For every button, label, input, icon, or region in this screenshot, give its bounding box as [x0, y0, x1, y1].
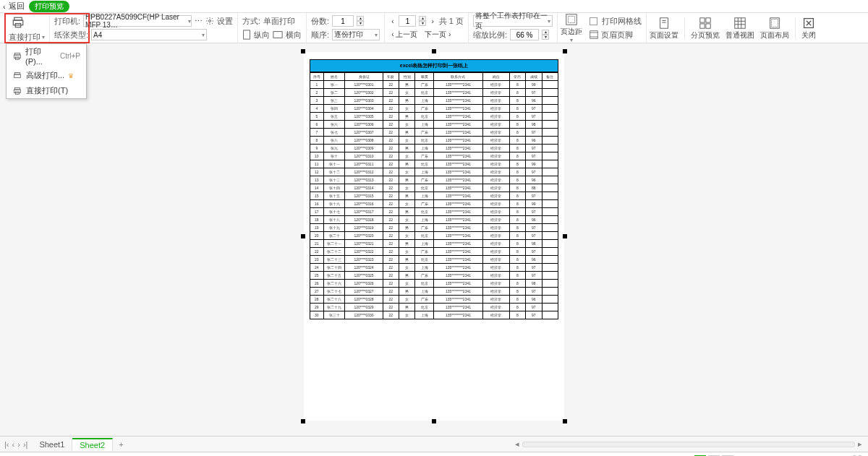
table-cell: 97 — [526, 272, 542, 280]
table-cell: 经济学 — [482, 192, 509, 200]
table-cell: 120****0315 — [345, 192, 383, 200]
scroll-right-icon[interactable]: ▸ — [858, 439, 862, 449]
page-setup-button[interactable]: 页面设置 — [647, 16, 681, 40]
margins-button[interactable]: 页边距▾ — [558, 12, 585, 43]
table-cell: 98 — [526, 121, 542, 129]
page-first-icon[interactable]: ‹ — [389, 17, 396, 25]
table-cell: 上海 — [415, 264, 434, 272]
normal-view-button[interactable]: 普通视图 — [723, 16, 757, 40]
paper-type-select[interactable]: A4▾ — [91, 29, 207, 40]
table-row: 9张九120****030922男上海135********2341经济学897 — [310, 145, 558, 152]
paging-preview-button[interactable]: 分页预览 — [688, 16, 723, 40]
table-row: 20张二十120****032022女北京135********2341经济学8… — [310, 232, 558, 240]
prev-page-button[interactable]: ‹ 上一页 — [389, 30, 420, 40]
handle[interactable] — [301, 234, 305, 238]
portrait-icon[interactable] — [242, 30, 251, 40]
page-up[interactable]: ▴ — [419, 16, 426, 21]
handle[interactable] — [301, 49, 305, 53]
table-cell: 8 — [509, 129, 525, 137]
zoom-up[interactable]: ▴ — [542, 30, 549, 35]
table-row: 1张一120****030122男广东135********2341经济学899 — [310, 81, 558, 89]
settings-label[interactable]: 设置 — [217, 16, 233, 27]
table-cell: 19 — [310, 224, 324, 232]
print-gridlines-checkbox[interactable] — [590, 17, 597, 25]
table-cell: 22 — [383, 264, 399, 272]
page-layout-button[interactable]: 页面布局 — [757, 16, 792, 40]
scroll-left-icon[interactable]: ◂ — [515, 439, 519, 449]
header-footer-icon[interactable] — [590, 30, 598, 39]
landscape-button[interactable]: 横向 — [286, 30, 302, 40]
direct-print-dropdown[interactable]: 直接打印▾ — [9, 32, 45, 43]
zoom-down[interactable]: ▾ — [542, 35, 549, 40]
order-select[interactable]: 逐份打印▾ — [332, 29, 380, 40]
table-cell: 张十五 — [323, 192, 345, 200]
paper-type-label: 纸张类型: — [54, 30, 88, 40]
printer-icon[interactable] — [9, 13, 27, 32]
table-cell: 24 — [310, 264, 324, 272]
handle[interactable] — [432, 419, 436, 423]
page-last-icon[interactable]: › — [429, 17, 435, 25]
gear-icon[interactable] — [205, 17, 214, 25]
landscape-icon[interactable] — [273, 30, 283, 39]
table-cell — [542, 248, 558, 256]
printer-more-icon[interactable]: ⋯ — [195, 17, 203, 26]
table-cell: 上海 — [415, 97, 434, 105]
handle[interactable] — [563, 419, 567, 423]
table-cell: 北京 — [415, 89, 434, 97]
table-cell: 北京 — [415, 304, 434, 311]
table-cell: 120****0325 — [345, 272, 383, 280]
sheet-last-icon[interactable]: ›| — [23, 440, 28, 449]
table-cell: 张二十二 — [323, 248, 345, 256]
menu-advanced-print[interactable]: 高级打印... ♛ — [7, 68, 86, 83]
handle[interactable] — [563, 234, 567, 238]
copies-input[interactable] — [332, 15, 354, 27]
table-cell: 13 — [310, 176, 324, 184]
table-cell: 97 — [526, 145, 542, 152]
handle[interactable] — [432, 49, 436, 53]
table-cell: 135********2341 — [434, 168, 482, 176]
table-cell: 男 — [399, 304, 414, 311]
table-cell: 120****0316 — [345, 200, 383, 208]
table-cell: 经济学 — [482, 224, 509, 232]
table-cell — [542, 176, 558, 184]
table-cell: 8 — [509, 97, 525, 105]
table-cell: 经济学 — [482, 304, 509, 311]
page-down[interactable]: ▾ — [419, 21, 426, 26]
sheet-first-icon[interactable]: |‹ — [4, 440, 9, 449]
scale-select[interactable]: 将整个工作表打印在一页▾ — [473, 15, 553, 27]
table-cell: 男 — [399, 288, 414, 296]
scrollbar[interactable] — [522, 442, 855, 447]
table-cell: 8 — [509, 81, 525, 89]
sheet-tab-2[interactable]: Sheet2 — [72, 438, 113, 451]
copies-down[interactable]: ▾ — [357, 21, 364, 26]
table-cell: 99 — [526, 200, 542, 208]
page-input[interactable] — [399, 15, 416, 27]
table-header: 成绩 — [526, 73, 542, 81]
menu-print[interactable]: 打印(P)... Ctrl+P — [7, 44, 86, 68]
handle[interactable] — [301, 419, 305, 423]
table-header: 学历 — [509, 73, 525, 81]
copies-up[interactable]: ▴ — [357, 16, 364, 21]
table-cell: 135********2341 — [434, 145, 482, 152]
table-cell: 北京 — [415, 113, 434, 121]
sheet-tab-1[interactable]: Sheet1 — [32, 439, 72, 450]
table-cell: 8 — [509, 208, 525, 216]
sheet-add-button[interactable]: + — [113, 440, 129, 449]
table-cell: 135********2341 — [434, 232, 482, 240]
zoom-input[interactable] — [510, 29, 539, 40]
menu-direct-print[interactable]: 直接打印(T) — [7, 83, 86, 98]
back-label[interactable]: 返回 — [9, 1, 25, 12]
table-row: 2张二120****030222女北京135********2341经济学897 — [310, 89, 558, 97]
next-page-button[interactable]: 下一页 › — [422, 30, 453, 40]
printer-select[interactable]: HPB0227A5099CF(HP Laser MFP 13…▾ — [83, 15, 192, 27]
table-cell: 135********2341 — [434, 264, 482, 272]
table-cell: 经济学 — [482, 160, 509, 168]
back-arrow-icon[interactable]: ‹ — [3, 2, 6, 11]
sheet-prev-icon[interactable]: ‹ — [12, 440, 15, 449]
header-footer-button[interactable]: 页眉页脚 — [601, 30, 633, 40]
close-button[interactable]: 关闭 — [799, 16, 819, 40]
handle[interactable] — [563, 49, 567, 53]
sheet-next-icon[interactable]: › — [17, 440, 20, 449]
portrait-button[interactable]: 纵向 — [254, 30, 270, 40]
table-cell: 女 — [399, 311, 414, 319]
